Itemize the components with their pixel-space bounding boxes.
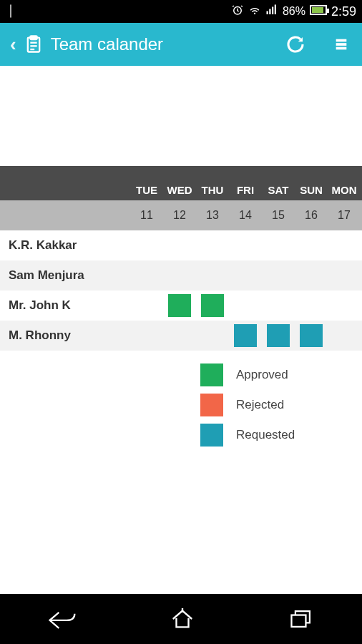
day-cell[interactable] (262, 321, 295, 351)
calendar-date-header: 11 12 13 14 15 16 17 (0, 200, 362, 230)
day-cell[interactable] (295, 291, 328, 321)
calendar-row[interactable]: Mr. John K (0, 291, 362, 321)
requested-block (267, 324, 290, 347)
calendar-body: K.R. KakkarSam MenjuraMr. John KM. Rhonn… (0, 230, 362, 351)
legend: Approved Rejected Requested (0, 364, 362, 447)
svg-rect-12 (336, 47, 347, 50)
wifi-icon (248, 4, 261, 19)
calendar-row[interactable]: Sam Menjura (0, 260, 362, 291)
status-bar: 86% 2:59 (0, 0, 362, 23)
date-header: 15 (262, 209, 295, 222)
approved-block (201, 294, 224, 317)
date-header: 16 (295, 209, 328, 222)
system-nav-bar (0, 594, 362, 644)
svg-rect-1 (266, 11, 268, 15)
back-icon[interactable]: ‹ (10, 34, 16, 56)
svg-rect-11 (336, 43, 347, 46)
day-header: SAT (262, 184, 295, 196)
day-cell[interactable] (163, 260, 196, 291)
day-cell[interactable] (130, 321, 163, 351)
day-header: SUN (295, 184, 328, 196)
menu-icon[interactable] (333, 35, 349, 54)
day-cell[interactable] (130, 291, 163, 321)
day-cell[interactable] (163, 230, 196, 260)
day-cell[interactable] (295, 230, 328, 260)
day-cell[interactable] (328, 260, 361, 291)
clipboard-icon[interactable] (24, 34, 44, 55)
day-cell[interactable] (163, 321, 196, 351)
requested-block (234, 324, 257, 347)
page-title: Team calander (51, 34, 278, 54)
date-header: 13 (196, 209, 229, 222)
legend-item-requested: Requested (200, 424, 362, 447)
date-header: 14 (229, 209, 262, 222)
day-cell[interactable] (163, 291, 196, 321)
day-cell[interactable] (196, 321, 229, 351)
date-header: 12 (163, 209, 196, 222)
day-header: MON (328, 184, 361, 196)
day-cell[interactable] (229, 230, 262, 260)
phone-status-icon (6, 5, 11, 18)
back-nav-icon[interactable] (46, 607, 77, 631)
app-bar: ‹ Team calander (0, 23, 362, 66)
day-cell[interactable] (295, 260, 328, 291)
alarm-icon (231, 4, 244, 19)
svg-rect-6 (30, 36, 36, 39)
day-cell[interactable] (229, 260, 262, 291)
rejected-color-block (200, 394, 223, 416)
day-cell[interactable] (229, 321, 262, 351)
day-cell[interactable] (130, 260, 163, 291)
svg-rect-14 (291, 615, 305, 627)
approved-block (168, 294, 191, 317)
battery-percent: 86% (283, 5, 305, 18)
day-header: FRI (229, 184, 262, 196)
day-cell[interactable] (196, 260, 229, 291)
day-cell[interactable] (262, 260, 295, 291)
day-cell[interactable] (130, 230, 163, 260)
day-cell[interactable] (262, 291, 295, 321)
requested-color-block (200, 424, 223, 447)
svg-rect-10 (336, 39, 347, 42)
day-cell[interactable] (328, 321, 361, 351)
day-cell[interactable] (328, 230, 361, 260)
day-header: TUE (130, 184, 163, 196)
day-cell[interactable] (196, 230, 229, 260)
person-name: Sam Menjura (0, 268, 130, 283)
legend-item-rejected: Rejected (200, 394, 362, 416)
clock-text: 2:59 (331, 4, 356, 19)
person-name: Mr. John K (0, 298, 130, 313)
day-cell[interactable] (328, 291, 361, 321)
day-cell[interactable] (262, 230, 295, 260)
day-header: WED (163, 184, 196, 196)
person-name: K.R. Kakkar (0, 238, 130, 253)
svg-rect-3 (272, 7, 273, 15)
day-cell[interactable] (295, 321, 328, 351)
date-header: 11 (130, 209, 163, 222)
battery-icon (310, 5, 327, 18)
home-nav-icon[interactable] (169, 607, 196, 631)
refresh-icon[interactable] (285, 34, 306, 55)
recent-nav-icon[interactable] (288, 607, 316, 631)
calendar-row[interactable]: K.R. Kakkar (0, 230, 362, 260)
requested-block (300, 324, 323, 347)
legend-item-approved: Approved (200, 364, 362, 386)
day-cell[interactable] (196, 291, 229, 321)
approved-color-block (200, 364, 223, 386)
legend-label: Rejected (236, 398, 284, 412)
svg-rect-2 (269, 9, 270, 15)
day-cell[interactable] (229, 291, 262, 321)
legend-label: Approved (236, 368, 288, 382)
legend-label: Requested (236, 428, 295, 442)
person-name: M. Rhonny (0, 328, 130, 343)
calendar-row[interactable]: M. Rhonny (0, 321, 362, 351)
signal-icon (265, 4, 278, 19)
svg-rect-4 (275, 5, 276, 15)
day-header: THU (196, 184, 229, 196)
date-header: 17 (328, 209, 361, 222)
calendar-day-header: TUE WED THU FRI SAT SUN MON (0, 166, 362, 200)
blank-area (0, 66, 362, 166)
